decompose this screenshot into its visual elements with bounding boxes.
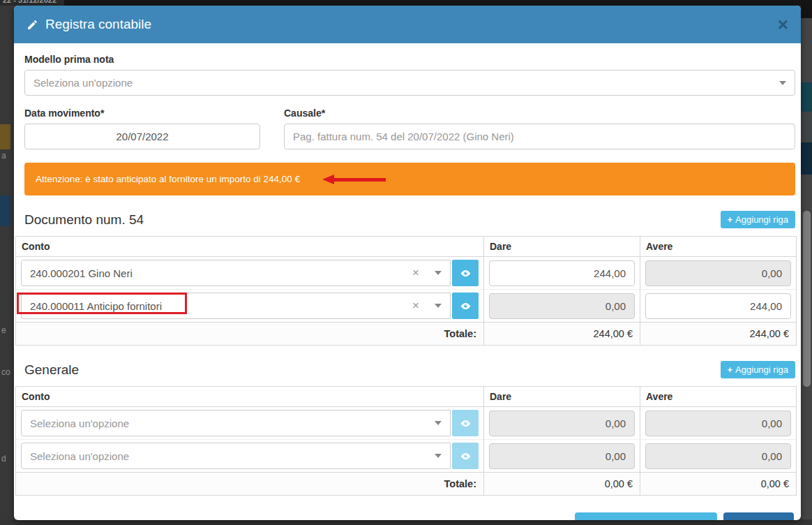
- chevron-down-icon: [435, 304, 442, 308]
- plus-icon: +: [585, 519, 592, 520]
- red-arrow-annotation: [322, 175, 386, 184]
- eye-icon: [460, 267, 472, 279]
- chevron-down-icon: [435, 454, 442, 458]
- chevron-down-icon: [435, 421, 442, 425]
- background-gray-block: [801, 113, 812, 141]
- documento-totale-dare: 244,00 €: [484, 323, 640, 346]
- generale-totale-avere: 0,00 €: [640, 473, 797, 496]
- data-movimento-label: Data movimento*: [24, 108, 260, 119]
- registra-contabile-modal: Registra contabile × Modello prima nota …: [14, 6, 801, 520]
- arrow-tail: [334, 178, 386, 182]
- background-teal-block: [801, 82, 812, 112]
- arrow-head: [322, 175, 334, 184]
- totale-label: Totale:: [16, 473, 484, 496]
- background-orange-block: [0, 124, 10, 149]
- aggiungi-e-crea-modello-button[interactable]: +Aggiungi e crea modello: [575, 512, 717, 520]
- anticipo-warning-banner: Attenzione: è stato anticipato al fornit…: [24, 163, 795, 195]
- background-date-range: 22 - 31/12/2022: [3, 0, 57, 4]
- plus-icon: +: [728, 214, 733, 225]
- chevron-down-icon: [435, 271, 442, 275]
- background-page-top: 22 - 31/12/2022: [0, 0, 812, 6]
- generale-row-1: Seleziona un'opzione: [16, 407, 797, 440]
- generale-totale-dare: 0,00 €: [484, 473, 640, 496]
- background-page-left: a e co d: [0, 6, 14, 519]
- documento-table: Conto Dare Avere 240.000201 Gino Neri ×: [15, 236, 797, 346]
- add-row-label: Aggiungi riga: [735, 364, 788, 375]
- documento-col-conto: Conto: [16, 237, 484, 257]
- generale-row-2: Seleziona un'opzione: [16, 440, 797, 473]
- generale-row1-dare-input: [489, 411, 635, 436]
- generale-row2-dare-input: [489, 443, 635, 469]
- documento-row1-conto-select[interactable]: 240.000201 Gino Neri ×: [21, 260, 451, 286]
- background-letter: co: [1, 367, 10, 377]
- generale-row2-conto-select[interactable]: Seleziona un'opzione: [21, 443, 451, 469]
- chevron-down-icon: [779, 81, 786, 85]
- plus-icon: +: [734, 519, 740, 520]
- generale-row1-conto-select[interactable]: Seleziona un'opzione: [21, 410, 451, 436]
- generale-col-avere: Avere: [640, 387, 797, 407]
- background-letter: d: [1, 454, 6, 464]
- modello-prima-nota-select[interactable]: Seleziona un'opzione: [24, 70, 795, 96]
- documento-row-2: 240.000011 Anticipo fornitori ×: [16, 290, 797, 323]
- modal-title: Registra contabile: [27, 17, 151, 32]
- modal-footer: +Aggiungi e crea modello +Aggiungi: [24, 512, 795, 520]
- generale-row1-eye-button[interactable]: [452, 410, 479, 436]
- generale-row1-avere-input: [645, 411, 791, 436]
- causale-label: Causale*: [284, 108, 795, 119]
- documento-add-row-button[interactable]: +Aggiungi riga: [721, 211, 795, 228]
- generale-col-conto: Conto: [16, 387, 484, 407]
- documento-section-title: Documento num. 54: [24, 212, 144, 228]
- modal-header: Registra contabile ×: [14, 6, 801, 43]
- conto-value: 240.000011 Anticipo fornitori: [30, 300, 412, 312]
- pencil-icon: [27, 19, 38, 31]
- close-icon[interactable]: ×: [778, 15, 788, 34]
- documento-row2-conto-select[interactable]: 240.000011 Anticipo fornitori ×: [21, 293, 451, 319]
- generale-section-title: Generale: [24, 362, 79, 378]
- generale-totale-row: Totale: 0,00 € 0,00 €: [16, 473, 797, 496]
- conto-value: 240.000201 Gino Neri: [30, 267, 412, 279]
- generale-col-dare: Dare: [484, 387, 640, 407]
- background-navy-block: [0, 195, 10, 226]
- background-letter: a: [1, 151, 6, 161]
- clear-icon[interactable]: ×: [412, 299, 419, 313]
- page-scrollbar-thumb[interactable]: [803, 211, 811, 387]
- documento-row2-eye-button[interactable]: [452, 293, 479, 319]
- clear-icon[interactable]: ×: [412, 266, 419, 280]
- generale-row2-avere-input: [645, 443, 791, 469]
- eye-icon: [460, 417, 472, 429]
- conto-placeholder: Seleziona un'opzione: [30, 417, 435, 429]
- add-row-label: Aggiungi riga: [735, 214, 788, 225]
- totale-label: Totale:: [16, 323, 484, 346]
- generale-row2-eye-button[interactable]: [452, 443, 479, 469]
- documento-col-dare: Dare: [484, 237, 640, 257]
- warning-text: Attenzione: è stato anticipato al fornit…: [36, 174, 300, 184]
- background-page-right: [801, 0, 812, 525]
- modello-select-placeholder: Seleziona un'opzione: [33, 77, 779, 89]
- eye-icon: [460, 300, 472, 312]
- documento-totale-avere: 244,00 €: [640, 323, 797, 346]
- generale-add-row-button[interactable]: +Aggiungi riga: [721, 361, 795, 378]
- background-page-bottom: [0, 519, 812, 525]
- button-label: Aggiungi: [743, 519, 783, 520]
- button-label: Aggiungi e crea modello: [594, 519, 707, 520]
- documento-row2-avere-input[interactable]: [645, 293, 791, 319]
- modello-prima-nota-label: Modello prima nota: [24, 54, 795, 65]
- documento-row1-avere-input: [645, 260, 791, 286]
- plus-icon: +: [728, 364, 733, 375]
- conto-placeholder: Seleziona un'opzione: [30, 450, 435, 462]
- documento-col-avere: Avere: [640, 237, 797, 257]
- aggiungi-button[interactable]: +Aggiungi: [723, 512, 794, 520]
- modal-body: Modello prima nota Seleziona un'opzione …: [14, 43, 801, 520]
- background-letter: e: [1, 325, 6, 335]
- documento-row1-eye-button[interactable]: [452, 260, 479, 286]
- generale-table: Conto Dare Avere Seleziona un'opzione: [15, 386, 797, 496]
- modal-title-text: Registra contabile: [45, 17, 151, 32]
- documento-totale-row: Totale: 244,00 € 244,00 €: [16, 323, 797, 346]
- background-right-top: [801, 0, 812, 18]
- causale-input[interactable]: [284, 124, 795, 149]
- documento-row2-dare-input: [489, 293, 635, 319]
- eye-icon: [460, 450, 472, 462]
- background-darknavy-block: [801, 142, 812, 175]
- data-movimento-input[interactable]: [24, 124, 260, 149]
- documento-row1-dare-input[interactable]: [489, 260, 635, 286]
